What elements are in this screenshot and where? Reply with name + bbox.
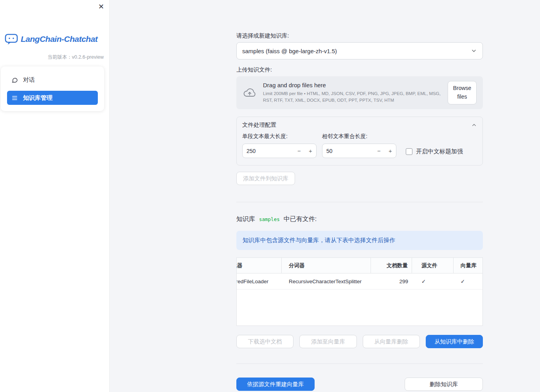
upload-label: 上传知识文件: (236, 66, 483, 74)
cloud-upload-icon (243, 86, 257, 99)
sidebar-item-dialogue[interactable]: 对话 (7, 73, 98, 87)
chevron-down-icon (471, 48, 477, 54)
kb-files-prefix: 知识库 (236, 215, 255, 223)
table-row[interactable]: UnstructuredFileLoader RecursiveCharacte… (237, 273, 482, 290)
column-header-source-file: 源文件 (412, 258, 454, 273)
overlap-group: 相邻文本重合长度: − + (322, 133, 396, 158)
column-header-doc-count: 文档数量 (371, 258, 412, 273)
table-header-row: 文档加载器 分词器 文档数量 源文件 向量库 (237, 258, 482, 273)
delete-kb-button[interactable]: 删除知识库 (405, 378, 483, 391)
add-files-button[interactable]: 添加文件到知识库 (236, 172, 295, 185)
knowledge-base-icon (11, 95, 18, 101)
dropzone-title: Drag and drop files here (263, 82, 442, 88)
increment-button[interactable]: + (305, 147, 316, 154)
max-length-field[interactable] (243, 148, 293, 154)
version-label: 当前版本：v0.2.6-preview (47, 54, 104, 61)
sidebar-menu: 对话 知识库管理 (1, 67, 104, 111)
decrement-button[interactable]: − (373, 147, 385, 154)
column-header-loader: 文档加载器 (237, 258, 282, 273)
download-selected-button[interactable]: 下载选中文档 (236, 335, 293, 348)
info-alert: 知识库中包含源文件与向量库，请从下表中选择文件后操作 (236, 231, 483, 250)
delete-from-kb-button[interactable]: 从知识库中删除 (426, 335, 483, 348)
expander-header[interactable]: 文件处理配置 (237, 117, 482, 132)
add-to-vector-store-button[interactable]: 添加至向量库 (299, 335, 356, 348)
column-header-splitter: 分词器 (282, 258, 371, 273)
divider (236, 202, 483, 202)
main-content: 请选择或新建知识库: samples (faiss @ bge-large-zh… (110, 0, 540, 392)
delete-from-vector-store-button[interactable]: 从向量库删除 (363, 335, 420, 348)
zh-title-enhance-checkbox[interactable]: 开启中文标题加强 (406, 145, 463, 158)
expander-body: 单段文本最大长度: − + 相邻文本重合长度: − + (237, 132, 482, 165)
cell-splitter: RecursiveCharacterTextSplitter (282, 273, 371, 289)
cell-vector-store-check: ✓ (454, 273, 482, 289)
file-dropzone[interactable]: Drag and drop files here Limit 200MB per… (236, 76, 483, 109)
kb-name-code: samples (258, 216, 281, 223)
dropzone-hint: Limit 200MB per file • HTML, MD, JSON, C… (263, 90, 442, 103)
kb-select-label: 请选择或新建知识库: (236, 32, 483, 40)
close-icon[interactable]: ✕ (98, 2, 104, 11)
browse-files-button[interactable]: Browse files (448, 81, 477, 104)
max-length-group: 单段文本最大长度: − + (242, 133, 317, 158)
checkbox-box-icon[interactable] (406, 148, 412, 155)
chevron-up-icon (471, 122, 477, 128)
expander-title: 文件处理配置 (242, 121, 276, 129)
rebuild-vector-store-button[interactable]: 依据源文件重建向量库 (236, 378, 315, 391)
kb-select-value: samples (faiss @ bge-large-zh-v1.5) (242, 48, 471, 54)
kb-files-suffix: 中已有文件: (284, 215, 317, 223)
overlap-input: − + (322, 144, 396, 158)
files-table: 文档加载器 分词器 文档数量 源文件 向量库 UnstructuredFileL… (236, 257, 483, 326)
increment-button[interactable]: + (385, 147, 396, 154)
column-header-vector-store: 向量库 (454, 258, 482, 273)
cell-source-file-check: ✓ (412, 273, 454, 289)
divider (236, 363, 483, 364)
logo-chat-icon (5, 33, 18, 45)
cell-doc-count: 299 (371, 273, 412, 289)
sidebar-item-knowledge-base[interactable]: 知识库管理 (7, 91, 98, 105)
kb-bottom-actions: 依据源文件重建向量库 删除知识库 (236, 378, 483, 391)
sidebar-item-label: 知识库管理 (23, 94, 52, 102)
dropzone-texts: Drag and drop files here Limit 200MB per… (263, 82, 448, 103)
file-actions: 下载选中文档 添加至向量库 从向量库删除 从知识库中删除 (236, 335, 483, 348)
sidebar: ✕ LangChain-Chatchat 当前版本：v0.2.6-preview… (0, 0, 110, 392)
logo-text: LangChain-Chatchat (21, 34, 97, 44)
sidebar-item-label: 对话 (23, 76, 35, 84)
max-length-label: 单段文本最大长度: (242, 133, 317, 140)
max-length-input: − + (242, 144, 317, 158)
checkbox-label: 开启中文标题加强 (416, 148, 463, 155)
decrement-button[interactable]: − (293, 147, 305, 154)
overlap-field[interactable] (322, 148, 373, 154)
file-config-expander: 文件处理配置 单段文本最大长度: − + 相邻文本重合 (236, 117, 483, 165)
kb-files-heading: 知识库 samples 中已有文件: (236, 215, 483, 223)
overlap-label: 相邻文本重合长度: (322, 133, 396, 140)
kb-select[interactable]: samples (faiss @ bge-large-zh-v1.5) (236, 42, 483, 59)
chat-bubble-icon (11, 77, 18, 83)
app-logo: LangChain-Chatchat (5, 33, 97, 45)
cell-loader: UnstructuredFileLoader (237, 273, 282, 289)
